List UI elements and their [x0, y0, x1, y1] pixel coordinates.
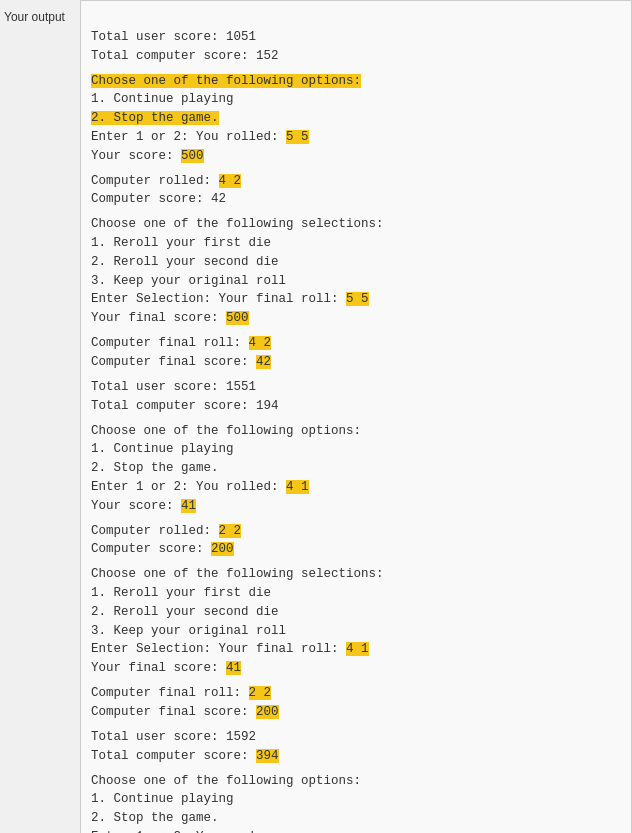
output-line: Total computer score: 194 [91, 397, 621, 416]
output-line: Choose one of the following options: [91, 422, 621, 441]
output-line: 2. Reroll your second die [91, 253, 621, 272]
output-line: 1. Continue playing [91, 790, 621, 809]
output-line: Computer score: 42 [91, 190, 621, 209]
highlighted-text: 200 [256, 705, 279, 719]
output-line: Your final score: 41 [91, 659, 621, 678]
output-line: Enter 1 or 2: You won! [91, 828, 621, 833]
highlighted-text: 2 2 [249, 686, 272, 700]
highlighted-text: 4 1 [286, 480, 309, 494]
output-line: 3. Keep your original roll [91, 272, 621, 291]
output-panel: Total user score: 1051Total computer sco… [80, 0, 632, 833]
output-line: 1. Reroll your first die [91, 234, 621, 253]
output-line: 2. Stop the game. [91, 459, 621, 478]
highlighted-text: 200 [211, 542, 234, 556]
output-line: Enter 1 or 2: You rolled: 5 5 [91, 128, 621, 147]
output-line: Computer rolled: 4 2 [91, 172, 621, 191]
output-line: Computer rolled: 2 2 [91, 522, 621, 541]
output-line: 1. Reroll your first die [91, 584, 621, 603]
output-line: Computer final score: 200 [91, 703, 621, 722]
output-line: 2. Reroll your second die [91, 603, 621, 622]
output-line: Total user score: 1051 [91, 28, 621, 47]
highlighted-text: 500 [181, 149, 204, 163]
output-line: 2. Stop the game. [91, 109, 621, 128]
highlighted-text: 500 [226, 311, 249, 325]
output-line: Computer score: 200 [91, 540, 621, 559]
highlighted-text: 5 5 [346, 292, 369, 306]
output-line: 1. Continue playing [91, 440, 621, 459]
highlighted-text: 2. Stop the game. [91, 111, 219, 125]
output-line: Choose one of the following options: [91, 72, 621, 91]
output-line: Total user score: 1592 [91, 728, 621, 747]
highlighted-text: 41 [226, 661, 241, 675]
output-line: Computer final score: 42 [91, 353, 621, 372]
output-line: Total user score: 1551 [91, 378, 621, 397]
output-line: Choose one of the following selections: [91, 565, 621, 584]
output-line: Enter Selection: Your final roll: 4 1 [91, 640, 621, 659]
output-line: 1. Continue playing [91, 90, 621, 109]
highlighted-text: 4 2 [219, 174, 242, 188]
output-line: Computer final roll: 4 2 [91, 334, 621, 353]
highlighted-text: 2 2 [219, 524, 242, 538]
output-line: Enter Selection: Your final roll: 5 5 [91, 290, 621, 309]
highlighted-text: 5 5 [286, 130, 309, 144]
output-line: Your final score: 500 [91, 309, 621, 328]
sidebar-label: Your output [0, 0, 80, 833]
output-line: Total computer score: 394 [91, 747, 621, 766]
output-line: Choose one of the following selections: [91, 215, 621, 234]
highlighted-text: Choose one of the following options: [91, 74, 361, 88]
output-line: 2. Stop the game. [91, 809, 621, 828]
highlighted-text: 41 [181, 499, 196, 513]
highlighted-text: 4 2 [249, 336, 272, 350]
output-line: Enter 1 or 2: You rolled: 4 1 [91, 478, 621, 497]
output-line: Computer final roll: 2 2 [91, 684, 621, 703]
highlighted-text: 4 1 [346, 642, 369, 656]
output-line: Your score: 41 [91, 497, 621, 516]
output-label: Your output [4, 10, 65, 24]
output-line: Choose one of the following options: [91, 772, 621, 791]
output-line: Your score: 500 [91, 147, 621, 166]
output-line: Total computer score: 152 [91, 47, 621, 66]
highlighted-text: 394 [256, 749, 279, 763]
highlighted-text: 42 [256, 355, 271, 369]
output-line: 3. Keep your original roll [91, 622, 621, 641]
